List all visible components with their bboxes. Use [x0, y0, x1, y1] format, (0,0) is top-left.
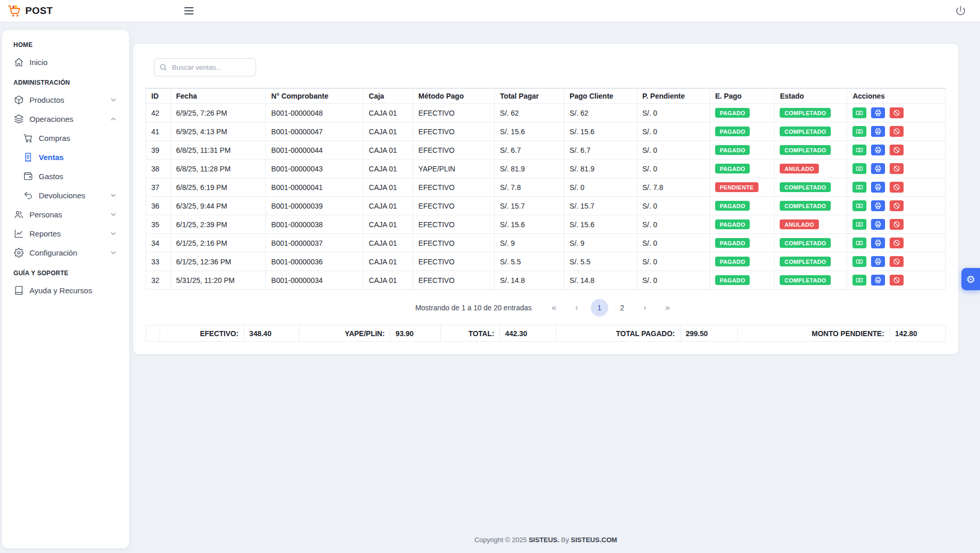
- sidebar-item-inicio[interactable]: Inicio: [9, 53, 122, 72]
- first-page-button[interactable]: «: [545, 299, 563, 317]
- sidebar-item-ventas[interactable]: Ventas: [9, 148, 122, 167]
- row-actions: [852, 182, 940, 193]
- sidebar-item-label: Productos: [29, 96, 65, 104]
- void-sale-button[interactable]: [890, 145, 904, 155]
- payments-button[interactable]: [852, 145, 866, 155]
- payments-button[interactable]: [852, 107, 866, 118]
- cell-estado: ANULADO: [774, 215, 847, 234]
- cell-pendiente: S/. 0: [637, 215, 710, 234]
- cell-acciones: [847, 234, 946, 252]
- print-button[interactable]: [871, 182, 885, 193]
- void-sale-button[interactable]: [890, 275, 904, 286]
- payments-button[interactable]: [852, 200, 866, 211]
- payments-button[interactable]: [852, 275, 866, 286]
- printer-icon: [874, 276, 882, 284]
- cell-pago-cliente: S/. 9: [564, 234, 637, 252]
- printer-icon: [874, 146, 882, 154]
- summary-spacer: [146, 325, 160, 341]
- cell-epago: PAGADO: [709, 122, 774, 141]
- topbar: POST: [0, 0, 980, 22]
- page-1-button[interactable]: 1: [591, 299, 608, 317]
- cell-epago: PAGADO: [709, 141, 774, 160]
- print-button[interactable]: [871, 275, 885, 286]
- money-icon: [856, 146, 863, 154]
- sidebar-item-compras[interactable]: Compras: [9, 129, 122, 148]
- gear-icon: [14, 248, 24, 258]
- sidebar-item-label: Ayuda y Recursos: [29, 286, 92, 295]
- sale-status-badge: COMPLETADO: [780, 108, 830, 118]
- pagination: Mostrando de 1 a 10 de 20 entradas « ‹ 1…: [146, 299, 946, 317]
- prev-page-button[interactable]: ‹: [568, 299, 586, 317]
- chevron-down-icon: [109, 230, 117, 238]
- next-page-button[interactable]: ›: [636, 299, 654, 317]
- floating-settings-button[interactable]: ⚙: [961, 268, 980, 290]
- sidebar-item-gastos[interactable]: Gastos: [9, 167, 122, 186]
- efectivo-label: EFECTIVO:: [160, 325, 244, 341]
- print-button[interactable]: [871, 219, 885, 230]
- cell-acciones: [847, 252, 946, 271]
- void-sale-button[interactable]: [890, 238, 904, 248]
- sidebar-item-reportes[interactable]: Reportes: [9, 224, 122, 243]
- cell-fecha: 6/3/25, 9:44 PM: [171, 197, 266, 215]
- efectivo-value: 348.40: [244, 325, 299, 341]
- payments-button[interactable]: [852, 163, 866, 174]
- void-sale-button[interactable]: [890, 163, 904, 174]
- sidebar-item-configuracion[interactable]: Configuración: [9, 243, 122, 262]
- print-button[interactable]: [871, 145, 885, 155]
- sidebar-item-operaciones[interactable]: Operaciones: [9, 109, 122, 129]
- payments-button[interactable]: [852, 238, 866, 248]
- sidebar-item-productos[interactable]: Productos: [9, 90, 122, 109]
- table-row: 37 6/8/25, 6:19 PM B001-00000041 CAJA 01…: [146, 178, 946, 197]
- cell-pago-cliente: S/. 6.7: [564, 141, 637, 160]
- search-input[interactable]: [154, 58, 256, 76]
- cancel-icon: [893, 109, 900, 117]
- payment-status-badge: PAGADO: [715, 145, 750, 155]
- payments-button[interactable]: [852, 126, 866, 137]
- void-sale-button[interactable]: [890, 219, 904, 230]
- copyright-prefix: Copyright © 2025: [475, 536, 529, 544]
- sidebar-item-devoluciones[interactable]: Devoluciones: [9, 186, 122, 205]
- printer-icon: [874, 183, 882, 191]
- sales-card: ID Fecha N° Comprobante Caja Método Pago…: [133, 44, 958, 354]
- cell-total: S/. 6.7: [495, 141, 564, 160]
- brand-link[interactable]: POST: [7, 4, 53, 18]
- money-icon: [856, 202, 863, 210]
- cell-fecha: 5/31/25, 11:20 PM: [171, 271, 266, 290]
- cell-caja: CAJA 01: [363, 271, 413, 290]
- book-icon: [14, 286, 24, 295]
- gear-icon: ⚙: [966, 274, 975, 285]
- sidebar-item-personas[interactable]: Personas: [9, 205, 122, 224]
- print-button[interactable]: [871, 107, 885, 118]
- cell-estado: ANULADO: [774, 160, 847, 178]
- print-button[interactable]: [871, 256, 885, 267]
- chart-icon: [14, 229, 24, 239]
- last-page-button[interactable]: »: [659, 299, 676, 317]
- menu-toggle-button[interactable]: [183, 5, 195, 17]
- printer-icon: [874, 220, 882, 228]
- void-sale-button[interactable]: [890, 256, 904, 267]
- payments-button[interactable]: [852, 219, 866, 230]
- printer-icon: [874, 165, 882, 172]
- cell-id: 33: [146, 252, 171, 271]
- void-sale-button[interactable]: [890, 126, 904, 137]
- sale-status-badge: COMPLETADO: [780, 145, 830, 155]
- payments-button[interactable]: [852, 182, 866, 193]
- table-row: 33 6/1/25, 12:36 PM B001-00000036 CAJA 0…: [146, 252, 946, 271]
- section-admin-label: ADMINISTRACIÓN: [13, 79, 118, 86]
- page-2-button[interactable]: 2: [613, 299, 631, 317]
- print-button[interactable]: [871, 126, 885, 137]
- print-button[interactable]: [871, 200, 885, 211]
- payments-button[interactable]: [852, 256, 866, 267]
- sidebar-item-ayuda[interactable]: Ayuda y Recursos: [9, 281, 122, 300]
- print-button[interactable]: [871, 238, 885, 248]
- void-sale-button[interactable]: [890, 182, 904, 193]
- cell-pago-cliente: S/. 0: [564, 178, 637, 197]
- table-row: 34 6/1/25, 2:16 PM B001-00000037 CAJA 01…: [146, 234, 946, 252]
- void-sale-button[interactable]: [890, 200, 904, 211]
- table-header-row: ID Fecha N° Comprobante Caja Método Pago…: [146, 88, 946, 104]
- logout-button[interactable]: [955, 5, 967, 17]
- header-pago-cliente: Pago Cliente: [564, 88, 637, 104]
- brand-title: POST: [25, 5, 53, 17]
- void-sale-button[interactable]: [890, 107, 904, 118]
- print-button[interactable]: [871, 163, 885, 174]
